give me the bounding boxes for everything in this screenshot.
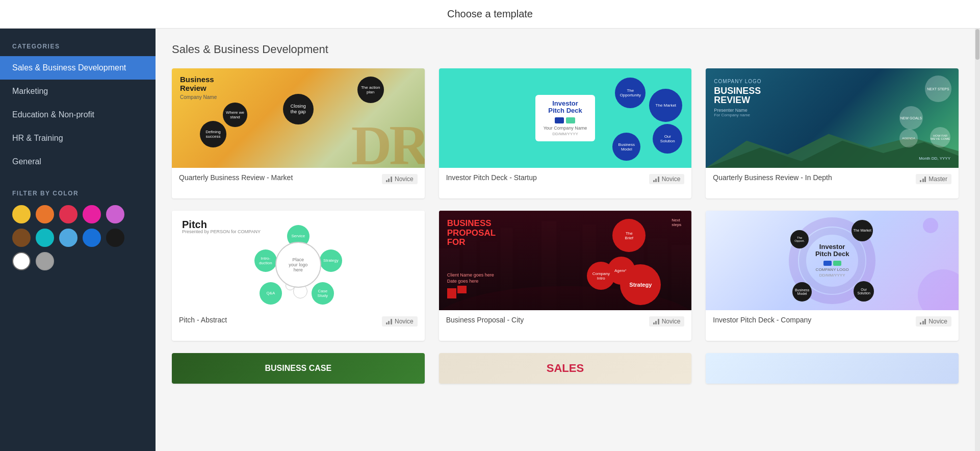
template-card-biz-proposal[interactable]: Businessproposalfor Client Name goes her… bbox=[439, 211, 692, 341]
template-thumb-pitch-startup: InvestorPitch Deck Your Company Name DD/… bbox=[439, 68, 692, 168]
color-swatch-brown[interactable] bbox=[12, 229, 31, 247]
color-swatch-gray[interactable] bbox=[36, 252, 54, 270]
template-thumb-sales: SALES bbox=[439, 353, 692, 384]
template-card-qbr-depth[interactable]: COMPANY LOGO BUSINESSREVIEW Presenter Na… bbox=[706, 68, 959, 198]
template-thumb-extra bbox=[706, 353, 959, 384]
biz-case-text: BUSINESS CASE bbox=[265, 364, 331, 373]
color-swatch-red[interactable] bbox=[59, 205, 78, 223]
novice-icon4 bbox=[653, 318, 659, 324]
color-swatch-blue[interactable] bbox=[83, 229, 101, 247]
template-grid: BusinessReview Company Name DR Closingth… bbox=[172, 68, 959, 384]
master-icon bbox=[920, 176, 926, 182]
template-name-qbr-depth: Quarterly Business Review - In Depth bbox=[713, 173, 916, 182]
main-layout: CATEGORIES Sales & Business Development … bbox=[0, 29, 980, 451]
svg-rect-17 bbox=[457, 286, 467, 293]
template-info-pitch-startup: Investor Pitch Deck - Startup Novice bbox=[439, 168, 692, 198]
difficulty-badge-qbr-market: Novice bbox=[382, 174, 418, 184]
difficulty-badge-pitch-abstract: Novice bbox=[382, 316, 418, 327]
template-name-biz-proposal: Business Proposal - City bbox=[446, 315, 649, 324]
sidebar-item-hr[interactable]: HR & Training bbox=[0, 127, 156, 150]
difficulty-badge-pitch-startup: Novice bbox=[649, 174, 685, 184]
template-thumb-qbr-depth: COMPANY LOGO BUSINESSREVIEW Presenter Na… bbox=[706, 68, 959, 168]
template-thumb-qbr-market: BusinessReview Company Name DR Closingth… bbox=[172, 68, 425, 168]
template-thumb-biz-case: BUSINESS CASE bbox=[172, 353, 425, 384]
template-card-pitch-company[interactable]: InvestorPitch Deck COMPANY LOGO DD/MM/YY… bbox=[706, 211, 959, 341]
template-card-pitch-abstract[interactable]: Pitch Presented by PERSON for COMPANY Pl… bbox=[172, 211, 425, 341]
sidebar-item-education[interactable]: Education & Non-profit bbox=[0, 103, 156, 127]
novice-icon5 bbox=[920, 318, 926, 324]
template-thumb-biz-proposal: Businessproposalfor Client Name goes her… bbox=[439, 211, 692, 310]
categories-label: CATEGORIES bbox=[0, 29, 156, 56]
section-title: Sales & Business Development bbox=[172, 43, 959, 56]
template-thumb-pitch-company: InvestorPitch Deck COMPANY LOGO DD/MM/YY… bbox=[706, 211, 959, 310]
sidebar: CATEGORIES Sales & Business Development … bbox=[0, 29, 156, 451]
template-card-extra[interactable] bbox=[706, 353, 959, 384]
content-area: Sales & Business Development BusinessRev… bbox=[156, 29, 975, 451]
difficulty-badge-biz-proposal: Novice bbox=[649, 316, 685, 327]
template-name-pitch-company: Investor Pitch Deck - Company bbox=[713, 315, 916, 324]
template-info-biz-proposal: Business Proposal - City Novice bbox=[439, 310, 692, 341]
color-swatch-teal[interactable] bbox=[36, 229, 54, 247]
template-info-pitch-company: Investor Pitch Deck - Company Novice bbox=[706, 310, 959, 341]
filter-by-color-section: FILTER BY COLOR bbox=[0, 173, 156, 270]
sidebar-item-general[interactable]: General bbox=[0, 150, 156, 173]
color-swatch-black[interactable] bbox=[106, 229, 124, 247]
color-swatch-orange[interactable] bbox=[36, 205, 54, 223]
difficulty-badge-qbr-depth: Master bbox=[916, 174, 951, 184]
color-swatch-pink[interactable] bbox=[83, 205, 101, 223]
color-grid bbox=[12, 205, 143, 270]
color-swatch-lightblue[interactable] bbox=[59, 229, 78, 247]
color-swatch-white[interactable] bbox=[12, 252, 31, 270]
template-info-qbr-depth: Quarterly Business Review - In Depth Mas… bbox=[706, 168, 959, 198]
sales-text: SALES bbox=[547, 362, 584, 375]
template-name-pitch-abstract: Pitch - Abstract bbox=[179, 315, 382, 324]
novice-icon bbox=[386, 176, 392, 182]
template-card-sales[interactable]: SALES bbox=[439, 353, 692, 384]
svg-rect-16 bbox=[447, 288, 456, 298]
filter-label: FILTER BY COLOR bbox=[12, 190, 143, 197]
scrollbar-thumb[interactable] bbox=[975, 29, 979, 60]
sidebar-item-marketing[interactable]: Marketing bbox=[0, 80, 156, 103]
template-name-pitch-startup: Investor Pitch Deck - Startup bbox=[446, 173, 649, 182]
novice-icon2 bbox=[653, 176, 659, 182]
difficulty-badge-pitch-company: Novice bbox=[916, 316, 951, 327]
color-swatch-yellow[interactable] bbox=[12, 205, 31, 223]
template-thumb-pitch-abstract: Pitch Presented by PERSON for COMPANY Pl… bbox=[172, 211, 425, 310]
color-swatch-purple[interactable] bbox=[106, 205, 124, 223]
sidebar-item-sales[interactable]: Sales & Business Development bbox=[0, 56, 156, 80]
template-card-biz-case[interactable]: BUSINESS CASE bbox=[172, 353, 425, 384]
template-name-qbr-market: Quarterly Business Review - Market bbox=[179, 173, 382, 182]
header: Choose a template bbox=[0, 0, 980, 29]
scrollbar-track[interactable] bbox=[975, 29, 980, 451]
page-title: Choose a template bbox=[447, 8, 533, 20]
template-info-pitch-abstract: Pitch - Abstract Novice bbox=[172, 310, 425, 341]
template-info-qbr-market: Quarterly Business Review - Market Novic… bbox=[172, 168, 425, 198]
novice-icon3 bbox=[386, 318, 392, 324]
template-card-pitch-startup[interactable]: InvestorPitch Deck Your Company Name DD/… bbox=[439, 68, 692, 198]
template-card-qbr-market[interactable]: BusinessReview Company Name DR Closingth… bbox=[172, 68, 425, 198]
